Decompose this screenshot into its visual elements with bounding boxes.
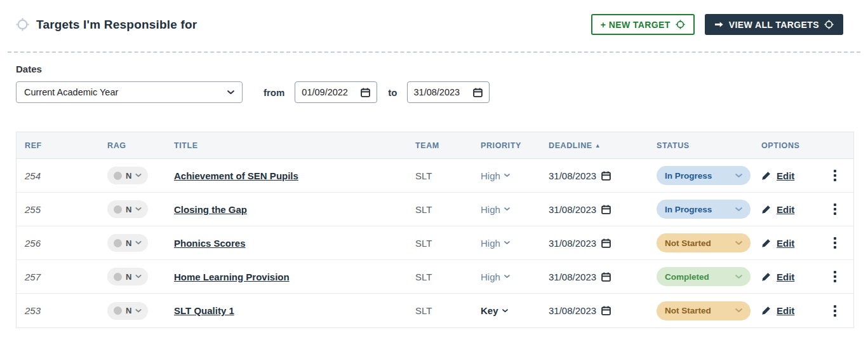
pencil-icon[interactable] — [761, 306, 771, 315]
deadline-value: 31/08/2023 — [549, 204, 596, 215]
kebab-dot — [834, 271, 836, 273]
status-dropdown[interactable]: Not Started — [657, 301, 751, 320]
kebab-dot — [834, 280, 836, 282]
kebab-dot — [834, 203, 836, 206]
rag-dropdown[interactable]: N — [107, 268, 148, 285]
options-cell: Edit — [756, 305, 817, 316]
rag-value: N — [126, 171, 131, 181]
column-header-options[interactable]: OPTIONS — [756, 141, 817, 150]
status-value: Not Started — [665, 238, 711, 248]
kebab-menu-button[interactable] — [827, 303, 843, 319]
chevron-down-icon — [735, 241, 742, 245]
calendar-icon — [601, 238, 611, 248]
calendar-icon[interactable] — [473, 88, 483, 97]
target-title-link[interactable]: Home Learning Provision — [174, 272, 290, 282]
chevron-down-icon — [735, 275, 742, 279]
priority-value: High — [481, 238, 500, 249]
from-date-input[interactable]: 01/09/2022 — [295, 81, 377, 103]
page-title-group: Targets I'm Responsible for — [16, 18, 197, 32]
priority-value: High — [481, 272, 500, 282]
status-value: In Progress — [665, 205, 712, 214]
chevron-down-icon — [504, 241, 510, 245]
chevron-down-icon — [502, 309, 508, 313]
priority-dropdown[interactable]: High — [481, 204, 510, 215]
priority-value: Key — [481, 305, 498, 316]
rag-value: N — [126, 205, 131, 214]
status-dropdown[interactable]: Completed — [657, 267, 751, 286]
edit-link[interactable]: Edit — [777, 305, 794, 316]
status-dropdown[interactable]: In Progress — [657, 166, 751, 185]
view-all-targets-button[interactable]: VIEW ALL TARGETS — [705, 14, 843, 35]
rag-dropdown[interactable]: N — [107, 234, 148, 252]
new-target-button[interactable]: + NEW TARGET — [591, 14, 695, 35]
from-date-value: 01/09/2022 — [302, 87, 348, 97]
priority-dropdown[interactable]: High — [481, 272, 510, 282]
deadline-picker[interactable]: 31/08/2023 — [549, 238, 611, 249]
sort-ascending-icon: ▲ — [595, 142, 601, 149]
edit-link[interactable]: Edit — [777, 170, 794, 181]
rag-value: N — [126, 272, 131, 282]
column-header-ref[interactable]: REF — [17, 141, 102, 150]
deadline-value: 31/08/2023 — [549, 238, 596, 249]
pencil-icon[interactable] — [761, 272, 771, 282]
ref-value: 253 — [17, 305, 102, 316]
priority-dropdown[interactable]: High — [481, 238, 510, 249]
table-row: 255 N Closing the Gap SLT High 31/08/202… — [17, 193, 853, 226]
options-cell: Edit — [756, 238, 817, 249]
kebab-menu-button[interactable] — [827, 201, 843, 217]
edit-link[interactable]: Edit — [777, 272, 794, 282]
target-title-link[interactable]: Achievement of SEN Pupils — [174, 170, 298, 181]
kebab-dot — [834, 314, 836, 317]
kebab-dot — [834, 170, 836, 172]
column-header-status[interactable]: STATUS — [651, 141, 756, 150]
pencil-icon[interactable] — [761, 205, 771, 214]
calendar-icon[interactable] — [361, 88, 370, 97]
kebab-dot — [834, 212, 836, 215]
table-row: 253 N SLT Quality 1 SLT Key 31/08/2023 N… — [17, 294, 853, 327]
deadline-picker[interactable]: 31/08/2023 — [549, 170, 611, 181]
priority-dropdown[interactable]: Key — [481, 305, 508, 316]
rag-dropdown[interactable]: N — [107, 302, 148, 320]
status-value: Completed — [665, 272, 709, 282]
kebab-dot — [834, 237, 836, 240]
deadline-value: 31/08/2023 — [549, 272, 596, 282]
target-title-link[interactable]: Phonics Scores — [174, 238, 246, 249]
edit-link[interactable]: Edit — [777, 204, 794, 215]
column-header-priority[interactable]: PRIORITY — [476, 141, 544, 150]
date-range-select[interactable]: Current Academic Year — [16, 81, 243, 103]
chevron-down-icon — [735, 174, 742, 178]
kebab-dot — [834, 174, 836, 177]
dates-filter-row: Current Academic Year from 01/09/2022 to… — [16, 81, 852, 103]
new-target-label: + NEW TARGET — [601, 20, 671, 30]
edit-link[interactable]: Edit — [777, 238, 794, 249]
ref-value: 255 — [17, 204, 102, 215]
column-header-team[interactable]: TEAM — [410, 141, 476, 150]
column-header-rag[interactable]: RAG — [102, 141, 169, 150]
status-value: In Progress — [665, 171, 712, 181]
kebab-menu-button[interactable] — [827, 235, 843, 251]
kebab-dot — [834, 246, 836, 249]
column-header-title[interactable]: TITLE — [169, 141, 410, 150]
deadline-picker[interactable]: 31/08/2023 — [549, 204, 611, 215]
kebab-menu-button[interactable] — [827, 167, 843, 184]
rag-dropdown[interactable]: N — [107, 167, 148, 184]
deadline-picker[interactable]: 31/08/2023 — [549, 272, 611, 282]
to-date-input[interactable]: 31/08/2023 — [407, 81, 490, 103]
pencil-icon[interactable] — [761, 171, 771, 181]
deadline-picker[interactable]: 31/08/2023 — [549, 305, 611, 316]
pencil-icon[interactable] — [761, 238, 771, 248]
priority-dropdown[interactable]: High — [481, 170, 510, 181]
rag-dot-icon — [114, 172, 122, 180]
rag-dropdown[interactable]: N — [107, 200, 148, 218]
target-title-link[interactable]: SLT Quality 1 — [174, 305, 234, 316]
priority-value: High — [481, 204, 500, 215]
options-cell: Edit — [756, 272, 817, 282]
dates-label: Dates — [16, 64, 852, 74]
status-dropdown[interactable]: Not Started — [657, 233, 751, 252]
column-header-deadline[interactable]: DEADLINE▲ — [544, 141, 651, 150]
team-value: SLT — [410, 238, 476, 249]
team-value: SLT — [410, 305, 476, 316]
status-dropdown[interactable]: In Progress — [657, 200, 751, 219]
kebab-menu-button[interactable] — [827, 268, 843, 285]
target-title-link[interactable]: Closing the Gap — [174, 204, 247, 215]
